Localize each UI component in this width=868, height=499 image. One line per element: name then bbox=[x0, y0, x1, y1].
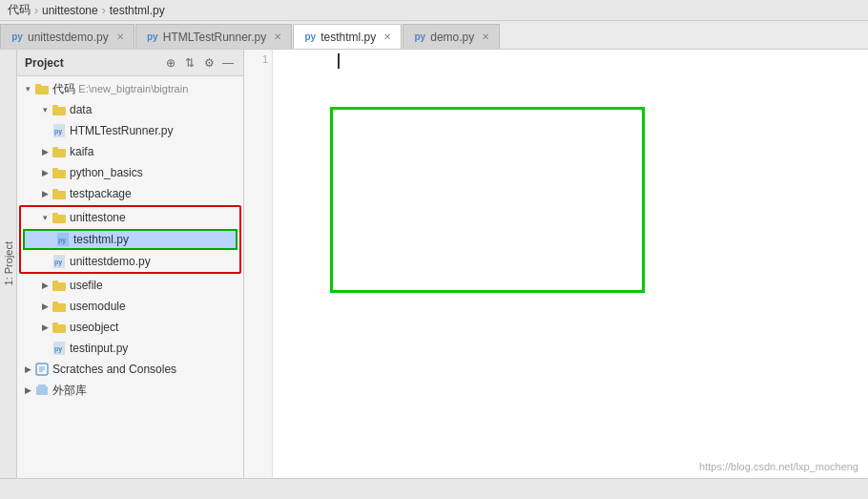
usefile-label: usefile bbox=[70, 279, 103, 292]
testpackage-arrow: ▶ bbox=[38, 187, 52, 200]
tree-item-usefile[interactable]: ▶ usefile bbox=[17, 275, 243, 296]
testinput-label: testinput.py bbox=[70, 342, 128, 355]
project-title: Project bbox=[25, 56, 159, 70]
testpackage-label: testpackage bbox=[70, 187, 132, 200]
tab-close-unittestdemo[interactable]: ✕ bbox=[116, 31, 124, 42]
svg-rect-23 bbox=[52, 322, 58, 326]
unittestone-folder-icon bbox=[52, 210, 67, 225]
project-tree: ▾ 代码 E:\new_bigtrain\bigtrain ▾ data bbox=[17, 76, 243, 478]
tree-item-data[interactable]: ▾ data bbox=[17, 99, 243, 120]
usemodule-label: usemodule bbox=[70, 300, 126, 313]
add-icon[interactable]: ⊕ bbox=[163, 55, 178, 71]
title-bar: 代码 › unittestone › testhtml.py bbox=[0, 0, 868, 21]
tab-close-htmltestrunner[interactable]: ✕ bbox=[274, 31, 281, 42]
root-arrow: ▾ bbox=[21, 82, 34, 95]
red-outline-section: ▾ unittestone py testhtml.py bbox=[19, 205, 241, 274]
waibuku-item[interactable]: ▶ 外部库 bbox=[17, 380, 243, 401]
kaifa-folder-icon bbox=[52, 144, 67, 159]
py-icon: py bbox=[303, 31, 317, 44]
tab-label: demo.py bbox=[430, 31, 474, 44]
svg-rect-19 bbox=[52, 281, 58, 284]
tab-unittestdemo[interactable]: py unittestdemo.py ✕ bbox=[0, 24, 134, 49]
testhtml-label: testhtml.py bbox=[73, 233, 129, 246]
editor-content[interactable] bbox=[273, 50, 868, 478]
tree-item-python-basics[interactable]: ▶ python_basics bbox=[17, 162, 243, 183]
svg-rect-11 bbox=[52, 189, 58, 193]
tree-item-usemodule[interactable]: ▶ usemodule bbox=[17, 296, 243, 317]
status-bar bbox=[0, 478, 868, 499]
tab-close-demo[interactable]: ✕ bbox=[482, 31, 489, 42]
tree-item-testhtml[interactable]: py testhtml.py bbox=[23, 229, 238, 250]
vertical-sidebar[interactable]: 1: Project bbox=[0, 50, 17, 478]
line-numbers: 1 bbox=[244, 50, 273, 478]
svg-rect-1 bbox=[35, 84, 41, 88]
svg-text:py: py bbox=[54, 128, 62, 135]
svg-text:py: py bbox=[54, 345, 62, 353]
useobject-folder-icon bbox=[52, 320, 67, 335]
py-icon: py bbox=[413, 31, 426, 44]
usemodule-folder-icon bbox=[52, 299, 67, 314]
tree-item-testpackage[interactable]: ▶ testpackage bbox=[17, 183, 243, 204]
scratches-label: Scratches and Consoles bbox=[52, 363, 176, 376]
waibuku-icon bbox=[34, 383, 50, 398]
svg-rect-21 bbox=[52, 301, 58, 305]
root-label: 代码 E:\new_bigtrain\bigtrain bbox=[52, 81, 188, 97]
tab-testhtml[interactable]: py testhtml.py ✕ bbox=[293, 24, 402, 49]
useobject-arrow: ▶ bbox=[38, 321, 52, 334]
usefile-folder-icon bbox=[52, 278, 67, 293]
unittestdemo-label: unittestdemo.py bbox=[70, 255, 151, 268]
python-basics-folder-icon bbox=[52, 165, 67, 180]
tree-item-testinput[interactable]: py testinput.py bbox=[17, 338, 243, 359]
tab-label: HTMLTestRunner.py bbox=[163, 31, 267, 44]
unittestone-arrow: ▾ bbox=[38, 211, 52, 224]
main-area: 1: Project Project ⊕ ⇅ ⚙ — ▾ 代码 E:\new_b… bbox=[0, 50, 868, 478]
kaifa-arrow: ▶ bbox=[38, 145, 52, 158]
py-icon: py bbox=[146, 31, 159, 44]
data-arrow: ▾ bbox=[38, 103, 52, 116]
scratches-arrow: ▶ bbox=[21, 363, 34, 376]
unittestdemo-py-icon: py bbox=[52, 254, 67, 269]
htmltestrunner-label: HTMLTestRunner.py bbox=[70, 124, 174, 137]
testinput-py-icon: py bbox=[52, 341, 67, 356]
kaifa-label: kaifa bbox=[70, 145, 93, 158]
tree-item-useobject[interactable]: ▶ useobject bbox=[17, 317, 243, 338]
svg-rect-13 bbox=[52, 213, 58, 217]
data-label: data bbox=[70, 103, 92, 116]
editor-area[interactable]: 1 https://blog.csdn.net/lxp_mocheng bbox=[244, 50, 868, 478]
tab-demo[interactable]: py demo.py ✕ bbox=[403, 24, 500, 49]
sync-icon[interactable]: ⇅ bbox=[182, 55, 197, 71]
settings-icon[interactable]: ⚙ bbox=[201, 55, 217, 71]
minimize-icon[interactable]: — bbox=[220, 55, 236, 71]
data-folder-icon bbox=[52, 102, 67, 117]
svg-text:py: py bbox=[58, 237, 66, 244]
tab-label: testhtml.py bbox=[320, 31, 376, 44]
svg-rect-3 bbox=[52, 105, 58, 109]
project-panel-header: Project ⊕ ⇅ ⚙ — bbox=[17, 50, 243, 76]
title-project: 代码 bbox=[8, 2, 31, 18]
scratches-item[interactable]: ▶ Scratches and Consoles bbox=[17, 359, 243, 380]
title-folder: unittestone bbox=[42, 4, 98, 17]
svg-rect-7 bbox=[52, 147, 58, 151]
waibuku-label: 外部库 bbox=[52, 383, 87, 399]
testhtml-outline-wrapper: py testhtml.py bbox=[21, 228, 239, 251]
svg-rect-28 bbox=[38, 385, 46, 388]
python-basics-label: python_basics bbox=[70, 166, 143, 179]
tree-item-unittestone[interactable]: ▾ unittestone bbox=[21, 207, 239, 228]
scratches-icon bbox=[34, 362, 50, 377]
useobject-label: useobject bbox=[70, 321, 118, 334]
project-panel: Project ⊕ ⇅ ⚙ — ▾ 代码 E:\new_bigtrain\big… bbox=[17, 50, 244, 478]
unittestone-label: unittestone bbox=[70, 211, 126, 224]
tab-close-testhtml[interactable]: ✕ bbox=[383, 31, 391, 42]
watermark: https://blog.csdn.net/lxp_mocheng bbox=[699, 461, 858, 472]
tree-root[interactable]: ▾ 代码 E:\new_bigtrain\bigtrain bbox=[17, 78, 243, 99]
python-basics-arrow: ▶ bbox=[38, 166, 52, 179]
tree-item-unittestdemo[interactable]: py unittestdemo.py bbox=[21, 251, 239, 272]
title-sep1: › bbox=[34, 4, 38, 17]
tab-htmltestrunner[interactable]: py HTMLTestRunner.py ✕ bbox=[135, 24, 293, 49]
tree-item-htmltestrunner[interactable]: py HTMLTestRunner.py bbox=[17, 120, 243, 141]
tree-item-kaifa[interactable]: ▶ kaifa bbox=[17, 141, 243, 162]
usefile-arrow: ▶ bbox=[38, 279, 52, 292]
green-rect-visual bbox=[330, 107, 645, 293]
htmltestrunner-py-icon: py bbox=[52, 123, 67, 138]
waibuku-arrow: ▶ bbox=[21, 384, 34, 397]
